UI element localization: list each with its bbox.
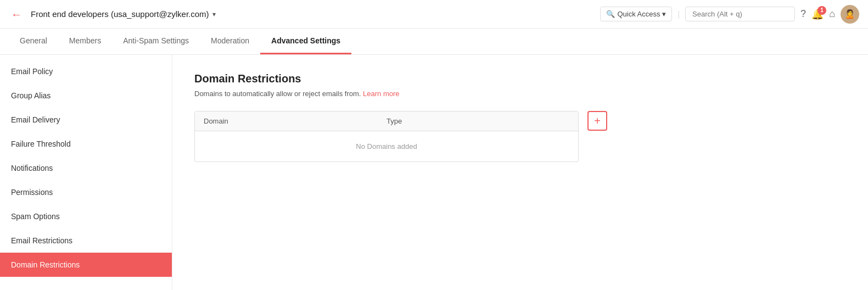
quick-access-label: Quick Access (617, 10, 660, 18)
sidebar-item-domain-restrictions[interactable]: Domain Restrictions (0, 253, 172, 277)
sidebar-item-group-alias[interactable]: Group Alias (0, 83, 172, 108)
quick-access-arrow: ▾ (662, 10, 666, 18)
domain-table-wrapper: Domain Type No Domains added + (194, 111, 846, 162)
col-type-header: Type (387, 117, 569, 125)
bell-icon[interactable]: 🔔 1 (811, 8, 824, 20)
chevron-down-icon: ▾ (212, 10, 216, 18)
back-button[interactable]: ← (9, 7, 24, 22)
tab-anti-spam[interactable]: Anti-Spam Settings (112, 29, 200, 54)
sidebar-item-email-policy[interactable]: Email Policy (0, 59, 172, 83)
main-content: Domain Restrictions Domains to automatic… (172, 55, 868, 290)
group-name-label: Front end developers (usa_support@zylker… (31, 9, 209, 19)
topbar: ← Front end developers (usa_support@zylk… (0, 0, 868, 29)
sidebar-item-email-restrictions[interactable]: Email Restrictions (0, 228, 172, 253)
add-domain-button[interactable]: + (587, 111, 607, 131)
col-domain-header: Domain (204, 117, 387, 125)
table-empty-message: No Domains added (195, 131, 578, 161)
table-header: Domain Type (195, 111, 578, 131)
help-circle-icon: ? (800, 8, 806, 19)
tab-members[interactable]: Members (58, 29, 112, 54)
tabbar: General Members Anti-Spam Settings Moder… (0, 29, 868, 55)
avatar[interactable]: 🙎 (841, 5, 859, 24)
notification-badge: 1 (817, 6, 826, 15)
section-description: Domains to automatically allow or reject… (194, 90, 846, 98)
sidebar-item-notifications[interactable]: Notifications (0, 156, 172, 180)
home-icon[interactable]: ⌂ (829, 8, 835, 20)
group-title[interactable]: Front end developers (usa_support@zylker… (31, 9, 216, 19)
search-input[interactable] (685, 7, 795, 21)
topbar-right: 🔍 Quick Access ▾ | ? 🔔 1 ⌂ 🙎 (600, 5, 859, 24)
domain-table: Domain Type No Domains added (194, 111, 579, 162)
layout: Email Policy Group Alias Email Delivery … (0, 55, 868, 290)
learn-more-link[interactable]: Learn more (363, 90, 399, 98)
quick-access-button[interactable]: 🔍 Quick Access ▾ (600, 7, 672, 21)
home-symbol: ⌂ (829, 8, 835, 19)
sidebar-item-email-delivery[interactable]: Email Delivery (0, 108, 172, 132)
sidebar-item-permissions[interactable]: Permissions (0, 180, 172, 204)
tab-general[interactable]: General (9, 29, 58, 54)
page-title: Domain Restrictions (194, 72, 846, 85)
tab-advanced-settings[interactable]: Advanced Settings (260, 29, 351, 54)
avatar-image: 🙎 (844, 9, 855, 19)
tab-moderation[interactable]: Moderation (200, 29, 260, 54)
sidebar: Email Policy Group Alias Email Delivery … (0, 55, 172, 290)
divider: | (677, 10, 680, 19)
help-icon[interactable]: ? (800, 8, 806, 20)
sidebar-item-failure-threshold[interactable]: Failure Threshold (0, 132, 172, 156)
description-text: Domains to automatically allow or reject… (194, 90, 361, 98)
search-icon: 🔍 (606, 10, 615, 18)
sidebar-item-spam-options[interactable]: Spam Options (0, 204, 172, 228)
